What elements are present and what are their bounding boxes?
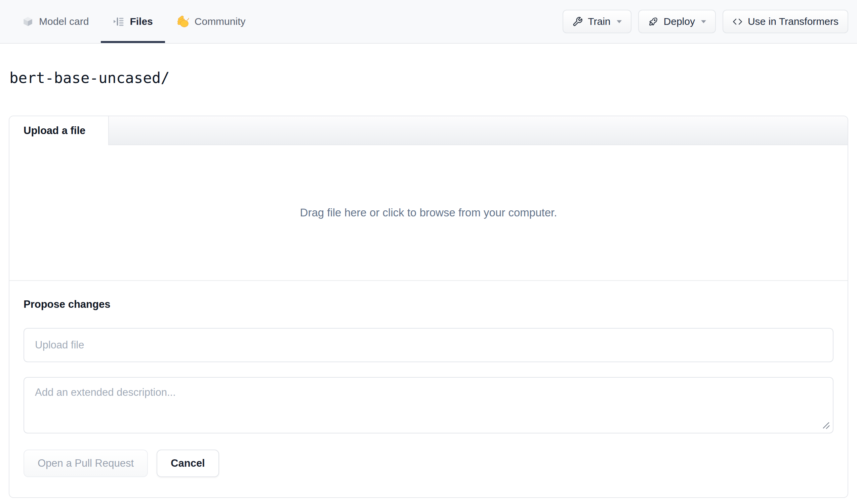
description-field-wrap [23,377,834,434]
extended-description-textarea[interactable] [23,377,834,434]
propose-changes-heading: Propose changes [23,298,834,310]
tabbar-filler [109,116,847,145]
use-in-transformers-button-label: Use in Transformers [748,16,839,27]
repo-nav: Model card Files [0,0,857,44]
upload-card: Upload a file Drag file here or click to… [9,116,848,498]
dropzone-text: Drag file here or click to browse from y… [300,206,557,219]
resize-handle-icon[interactable] [821,421,830,430]
repo-action-buttons: Train Deploy [562,0,848,43]
waving-hand-icon [177,15,189,28]
cube-icon [22,16,34,27]
nav-tab-model-card[interactable]: Model card [10,0,101,43]
deploy-button-label: Deploy [664,16,695,27]
file-tree-icon [113,16,124,27]
train-button-label: Train [588,16,610,27]
nav-tab-community[interactable]: Community [165,0,258,43]
breadcrumb: bert-base-uncased/ [0,44,857,87]
use-in-transformers-button[interactable]: Use in Transformers [723,10,848,33]
nav-tab-label: Files [130,16,153,27]
rocket-icon [648,16,659,27]
propose-changes-section: Propose changes Open a Pull Request Canc… [10,281,847,477]
code-icon [732,16,743,27]
tab-upload-a-file-label: Upload a file [23,125,85,137]
upload-card-tabbar: Upload a file [10,116,847,145]
form-actions: Open a Pull Request Cancel [23,450,834,477]
nav-tab-files[interactable]: Files [101,0,165,43]
deploy-button[interactable]: Deploy [638,10,716,33]
train-button[interactable]: Train [562,10,631,33]
upload-file-input[interactable] [23,328,834,362]
nav-tab-label: Community [195,16,246,27]
repo-nav-tabs: Model card Files [10,0,257,43]
nav-tab-label: Model card [39,16,89,27]
open-pull-request-button[interactable]: Open a Pull Request [23,450,148,477]
cancel-button[interactable]: Cancel [157,450,219,477]
file-dropzone[interactable]: Drag file here or click to browse from y… [10,145,847,281]
caret-down-icon [617,20,622,23]
caret-down-icon [701,20,706,23]
tab-upload-a-file[interactable]: Upload a file [10,116,109,145]
wrench-icon [572,16,583,27]
repo-path-link[interactable]: bert-base-uncased/ [10,69,170,86]
